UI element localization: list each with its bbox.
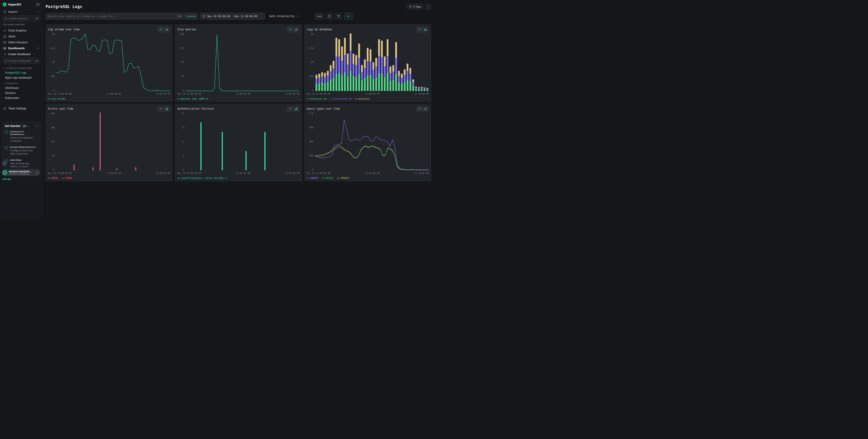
panel-title: Logs by database: [307, 28, 332, 31]
sidebar-item-label: Client Sessions: [8, 41, 39, 44]
line-chart-toggle[interactable]: [288, 28, 293, 31]
more-options-button[interactable]: ⋮: [425, 4, 431, 10]
collapse-sidebar-button[interactable]: [36, 2, 40, 7]
time-range-picker[interactable]: Nov 10 00:00:00 - Nov 11 00:00:00: [200, 13, 265, 20]
chevron-down-icon: [3, 67, 5, 69]
x-axis-labels: Nov 10 12:00:00 AM11:00:00 AM11:30:00 PM: [177, 93, 299, 95]
user-menu[interactable]: D dominic.tran@clic... dominic.tran@clic…: [1, 169, 40, 176]
refresh-button[interactable]: [326, 13, 333, 20]
search-placeholder: Search your events w/ Lucene ex. column:…: [48, 15, 177, 18]
shortcut-badge: ⌘K: [36, 60, 38, 62]
saved-dashboards-section-header[interactable]: SAVED DASHBOARDS: [2, 65, 40, 70]
run-query-button[interactable]: [344, 13, 352, 20]
x-axis-labels: Nov 10 12:00:00 AM11:00:00 AM11:30:00 PM: [177, 172, 299, 175]
chart-canvas[interactable]: [315, 33, 429, 91]
tags-button[interactable]: 0 Tags: [407, 4, 423, 10]
avatar: D: [2, 170, 7, 175]
create-dashboard-label: Create Dashboard: [8, 53, 30, 56]
sidebar-item-search[interactable]: Search: [2, 9, 40, 15]
granularity-value: Auto Granularity: [270, 14, 295, 18]
saved-dashboards-placeholder: Saved Dashboards: [9, 60, 34, 62]
bar-chart-toggle[interactable]: [294, 107, 299, 111]
sidebar-preset-services[interactable]: Services: [2, 91, 40, 95]
line-chart-toggle[interactable]: [417, 107, 422, 111]
sidebar-preset-clickhouse[interactable]: ClickHouse: [2, 86, 40, 91]
chart-canvas[interactable]: [186, 113, 299, 171]
sidebar-item-label: Dashboards: [8, 47, 35, 50]
sidebar-item-dashboards[interactable]: Dashboards: [2, 45, 40, 51]
bar-chart-toggle[interactable]: [423, 28, 428, 31]
hyperdx-logo-icon: [3, 2, 7, 6]
main-content: PostgreSQL Logs 0 Tags ⋮ Search your eve…: [43, 0, 434, 220]
check-circle-icon: [5, 130, 8, 134]
brand-name: HyperDX: [8, 3, 21, 6]
sidebar-item-alerts[interactable]: Alerts: [2, 33, 40, 39]
chart-legend: Queries over 1000 ms: [177, 97, 299, 100]
bar-chart-toggle[interactable]: [423, 107, 428, 111]
resize-handle-icon[interactable]: [170, 179, 172, 181]
chevron-right-icon: ›: [35, 171, 39, 175]
y-axis-labels: 340255170850: [177, 33, 186, 91]
sidebar-dashboard-nginx-logs[interactable]: Nginx logs dashboard: [2, 75, 40, 80]
bar-chart-toggle[interactable]: [164, 107, 169, 111]
user-email: dominic.tran@clickho...: [9, 173, 34, 175]
saved-dashboards-input[interactable]: Saved Dashboards ⌘K: [2, 58, 40, 64]
sidebar-item-label: Team Settings: [8, 107, 39, 110]
get-started-step-add-data[interactable]: Add Data Start sending logs, metrics, or…: [5, 157, 38, 170]
live-button[interactable]: Live: [315, 13, 324, 20]
create-dashboard-button[interactable]: Create Dashboard: [2, 51, 40, 57]
chevron-up-icon: [35, 125, 38, 127]
get-started-step-sources[interactable]: Create Data Sources Configure where your…: [5, 144, 38, 157]
bar-chart-toggle[interactable]: [164, 28, 169, 31]
page-title: PostgreSQL Logs: [45, 4, 82, 9]
chart-panel-errors: Errors over time 240180120600 Nov 10 12:…: [45, 104, 173, 181]
sql-mode-toggle[interactable]: SQL: [177, 15, 182, 18]
resize-handle-icon[interactable]: [299, 99, 301, 101]
resize-handle-icon[interactable]: [299, 179, 301, 181]
y-axis-labels: 129630: [177, 113, 186, 171]
chart-canvas[interactable]: [315, 113, 429, 171]
toolbar: Search your events w/ Lucene ex. column:…: [45, 13, 431, 20]
get-started-step-connect[interactable]: Connect to ClickHouse Set up your databa…: [5, 129, 38, 144]
chart-canvas[interactable]: [56, 113, 170, 171]
granularity-select[interactable]: Auto Granularity: [267, 13, 302, 20]
setup-link[interactable]: set up.: [3, 178, 11, 180]
saved-searches-input[interactable]: Saved Searches ⌘K: [2, 15, 40, 22]
help-button[interactable]: ?: [2, 161, 7, 166]
line-chart-toggle[interactable]: [417, 28, 422, 31]
line-chart-toggle[interactable]: [159, 107, 163, 111]
chart-panel-log-volume: Log volume over time 2K1.5K1K5000 Nov 10…: [45, 24, 173, 102]
chart-type-toggle: [416, 27, 429, 32]
chart-type-toggle: [416, 106, 429, 112]
presets-section-header[interactable]: PRESETS: [2, 80, 40, 86]
line-chart-toggle[interactable]: [288, 107, 293, 111]
sidebar-item-team-settings[interactable]: Team Settings: [2, 105, 40, 112]
search-icon: [5, 60, 7, 62]
app-root: HyperDX Search Saved Searches ⌘K No save…: [0, 0, 434, 220]
panel-title: Query types over time: [307, 107, 340, 110]
panel-title: Slow Queries: [177, 28, 196, 31]
sidebar: HyperDX Search Saved Searches ⌘K No save…: [0, 0, 43, 220]
bar-chart-toggle[interactable]: [294, 28, 299, 31]
brand[interactable]: HyperDX: [3, 2, 21, 6]
kebab-icon: ⋮: [427, 5, 430, 8]
resize-handle-icon[interactable]: [429, 99, 431, 101]
get-started-header[interactable]: Get Started 3/3: [5, 124, 38, 128]
line-chart-toggle[interactable]: [159, 28, 163, 31]
resize-handle-icon[interactable]: [170, 99, 172, 101]
resize-handle-icon[interactable]: [429, 179, 431, 181]
chevron-up-icon: [37, 10, 39, 13]
sidebar-item-chart-explorer[interactable]: Chart Explorer: [2, 28, 40, 33]
chart-canvas[interactable]: [56, 33, 170, 91]
y-axis-labels: 1.2K9006003000: [307, 113, 315, 171]
filter-button[interactable]: [335, 13, 342, 20]
lucene-mode-toggle[interactable]: Lucene: [186, 15, 195, 18]
chevron-down-icon: [3, 82, 5, 85]
sidebar-item-client-sessions[interactable]: Client Sessions: [2, 39, 40, 45]
sidebar-dashboard-postgresql-logs[interactable]: PostgreSQL Logs: [2, 70, 40, 75]
get-started-card: Get Started 3/3 Connect to ClickHouse Se…: [2, 122, 40, 171]
sidebar-preset-kubernetes[interactable]: Kubernetes: [2, 95, 40, 100]
saved-searches-placeholder: Saved Searches: [9, 17, 34, 20]
event-search-input[interactable]: Search your events w/ Lucene ex. column:…: [45, 13, 198, 20]
chart-canvas[interactable]: [186, 33, 299, 91]
